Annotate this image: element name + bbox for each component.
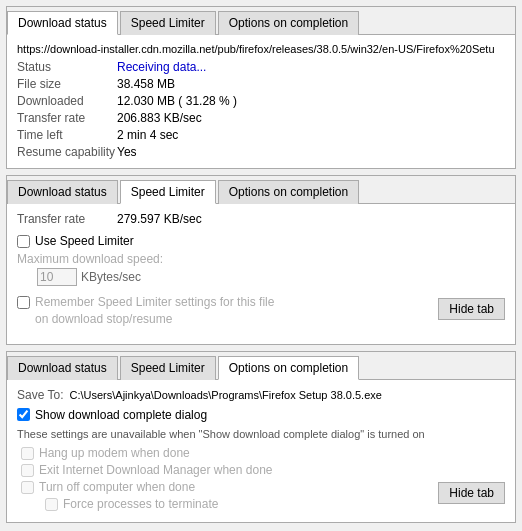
use-speed-limiter-label: Use Speed Limiter <box>35 234 134 248</box>
transfer-rate-row: Transfer rate 279.597 KB/sec <box>17 212 505 226</box>
show-dialog-checkbox[interactable] <box>17 408 30 421</box>
speed-input-row: KBytes/sec <box>37 268 505 286</box>
exit-idm-checkbox <box>21 464 34 477</box>
status-value: Receiving data... <box>117 59 505 75</box>
panel-download-status: Download status Speed Limiter Options on… <box>6 6 516 169</box>
force-checkbox <box>45 498 58 511</box>
option-force-row: Force processes to terminate <box>45 497 218 511</box>
remember-checkbox-row: Remember Speed Limiter settings for this… <box>17 294 438 328</box>
download-url: https://download-installer.cdn.mozilla.n… <box>17 43 505 55</box>
tab-bar-3: Download status Speed Limiter Options on… <box>7 352 515 380</box>
tab-options-3[interactable]: Options on completion <box>218 356 359 380</box>
resume-label: Resume capability <box>17 144 117 160</box>
tab-speed-limiter-3[interactable]: Speed Limiter <box>120 356 216 380</box>
use-speed-limiter-row: Use Speed Limiter <box>17 234 505 248</box>
time-left-value: 2 min 4 sec <box>117 127 505 143</box>
speed-input[interactable] <box>37 268 77 286</box>
panel3-content: Save To: C:\Users\Ajinkya\Downloads\Prog… <box>7 380 515 522</box>
remember-speed-limiter-checkbox[interactable] <box>17 296 30 309</box>
panel1-content: https://download-installer.cdn.mozilla.n… <box>7 35 515 168</box>
transfer-rate-label-2: Transfer rate <box>17 212 117 226</box>
show-dialog-label: Show download complete dialog <box>35 408 207 422</box>
transfer-rate-value-2: 279.597 KB/sec <box>117 212 202 226</box>
option-exit-idm-row: Exit Internet Download Manager when done <box>21 463 505 477</box>
downloaded-value: 12.030 MB ( 31.28 % ) <box>117 93 505 109</box>
unavailable-text: These settings are unavailable when "Sho… <box>17 428 505 440</box>
exit-idm-label: Exit Internet Download Manager when done <box>39 463 272 477</box>
panel-options-on-completion: Download status Speed Limiter Options on… <box>6 351 516 523</box>
tab-speed-limiter-2[interactable]: Speed Limiter <box>120 180 216 204</box>
resume-value: Yes <box>117 144 505 160</box>
save-to-path: C:\Users\Ajinkya\Downloads\Programs\Fire… <box>69 389 381 401</box>
turnoff-label: Turn off computer when done <box>39 480 195 494</box>
downloaded-label: Downloaded <box>17 93 117 109</box>
panel-speed-limiter: Download status Speed Limiter Options on… <box>6 175 516 345</box>
file-size-label: File size <box>17 76 117 92</box>
show-dialog-row: Show download complete dialog <box>17 408 505 422</box>
info-grid: Status Receiving data... File size 38.45… <box>17 59 505 160</box>
panel2-content: Transfer rate 279.597 KB/sec Use Speed L… <box>7 204 515 344</box>
remember-label: Remember Speed Limiter settings for this… <box>35 294 274 328</box>
tab-download-status-2[interactable]: Download status <box>7 180 118 204</box>
tab-speed-limiter-1[interactable]: Speed Limiter <box>120 11 216 35</box>
hide-tab-button-2[interactable]: Hide tab <box>438 298 505 320</box>
tab-download-status-3[interactable]: Download status <box>7 356 118 380</box>
option-turnoff-hide-row: Turn off computer when done Force proces… <box>17 480 505 514</box>
tab-bar-2: Download status Speed Limiter Options on… <box>7 176 515 204</box>
force-label: Force processes to terminate <box>63 497 218 511</box>
hangup-label: Hang up modem when done <box>39 446 190 460</box>
turn-off-section: Turn off computer when done Force proces… <box>17 480 218 514</box>
save-to-row: Save To: C:\Users\Ajinkya\Downloads\Prog… <box>17 388 505 402</box>
turnoff-checkbox <box>21 481 34 494</box>
transfer-rate-value: 206.883 KB/sec <box>117 110 505 126</box>
transfer-rate-label: Transfer rate <box>17 110 117 126</box>
max-speed-label: Maximum download speed: <box>17 252 505 266</box>
status-label: Status <box>17 59 117 75</box>
time-left-label: Time left <box>17 127 117 143</box>
hide-tab-button-3[interactable]: Hide tab <box>438 482 505 504</box>
save-to-label: Save To: <box>17 388 63 402</box>
option-turnoff-row: Turn off computer when done <box>21 480 218 494</box>
remember-hide-row: Hide tab Remember Speed Limiter settings… <box>17 294 505 336</box>
option-hangup-row: Hang up modem when done <box>21 446 505 460</box>
hangup-checkbox <box>21 447 34 460</box>
tab-download-status-1[interactable]: Download status <box>7 11 118 35</box>
speed-unit: KBytes/sec <box>81 270 141 284</box>
tab-bar-1: Download status Speed Limiter Options on… <box>7 7 515 35</box>
file-size-value: 38.458 MB <box>117 76 505 92</box>
tab-options-2[interactable]: Options on completion <box>218 180 359 204</box>
use-speed-limiter-checkbox[interactable] <box>17 235 30 248</box>
tab-options-1[interactable]: Options on completion <box>218 11 359 35</box>
